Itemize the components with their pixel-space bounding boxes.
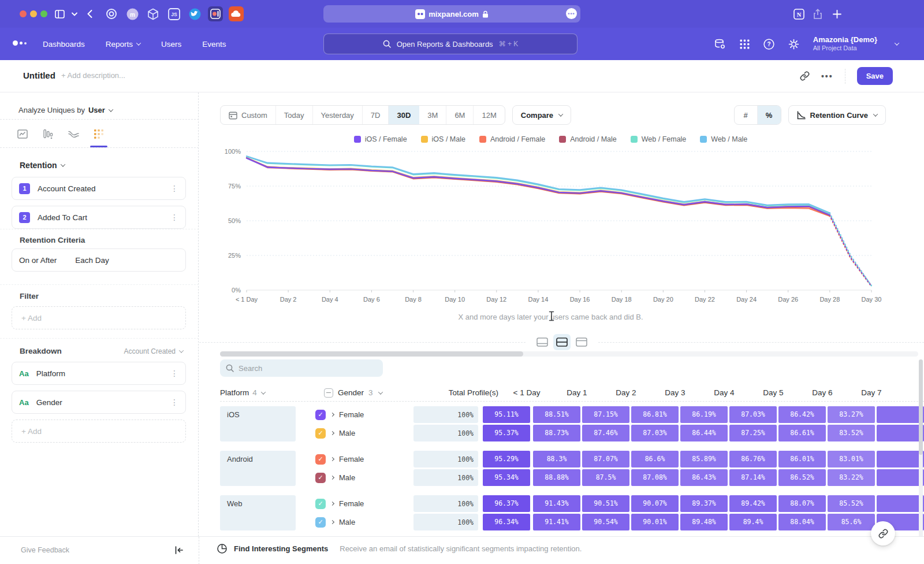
legend-item[interactable]: iOS / Female [354,135,407,143]
legend-item[interactable]: Android / Female [479,135,545,143]
retention-value-cell[interactable]: 88.73% [533,425,580,441]
kebab-menu-icon[interactable]: ⋮ [170,184,178,193]
day-column-header[interactable]: Day 2 [602,388,650,397]
platform-column-header[interactable]: Platform4 [220,388,316,397]
retention-value-cell[interactable] [877,406,924,423]
retention-value-cell[interactable] [877,425,924,441]
table-search-input[interactable] [239,364,366,373]
nav-reports[interactable]: Reports [106,40,140,49]
retention-value-cell[interactable] [877,469,924,486]
retention-value-cell[interactable]: 90.54% [582,514,629,530]
retention-value-cell[interactable]: 83.01% [828,451,875,467]
range-6m[interactable]: 6M [446,106,474,124]
nav-users[interactable]: Users [161,40,181,49]
range-yesterday[interactable]: Yesterday [313,106,363,124]
kebab-menu-icon[interactable]: ⋮ [170,369,178,378]
row-checkbox[interactable]: ✓ [315,473,326,483]
apps-grid-icon[interactable] [740,39,750,49]
extension-recorder-icon[interactable] [208,6,223,21]
retention-value-cell[interactable]: 89.37% [680,495,728,512]
retention-section-title[interactable]: Retention [20,161,65,170]
analyze-entity-value[interactable]: User [88,106,105,114]
expand-chevron-icon[interactable] [330,413,334,417]
horizontal-scrollbar[interactable] [220,351,918,357]
expand-chevron-icon[interactable] [330,457,334,461]
retention-value-cell[interactable]: 90.51% [582,495,629,512]
retention-value-cell[interactable]: 86.6% [631,451,679,467]
retention-value-cell[interactable]: 90.01% [631,514,679,530]
row-checkbox[interactable]: ✓ [315,454,326,465]
share-icon[interactable] [810,6,825,21]
range-custom[interactable]: Custom [221,106,276,124]
retention-value-cell[interactable]: 90.07% [631,495,679,512]
retention-value-cell[interactable]: 85.89% [680,451,728,467]
retention-value-cell[interactable]: 86.61% [778,425,826,441]
retention-value-cell[interactable]: 95.37% [483,425,530,441]
site-settings-icon[interactable]: ••• [566,8,577,19]
nav-events[interactable]: Events [202,40,226,49]
filter-add-button[interactable]: + Add [12,306,186,329]
retention-value-cell[interactable]: 86.44% [680,425,728,441]
mode-absolute[interactable]: # [735,106,758,124]
expand-chevron-icon[interactable] [330,520,334,524]
expand-chevron-icon[interactable] [330,476,334,480]
retention-value-cell[interactable]: 96.37% [483,495,530,512]
retention-value-cell[interactable]: 87.15% [582,406,629,423]
retention-value-cell[interactable]: 88.3% [533,451,580,467]
window-close-button[interactable] [20,10,27,17]
save-button[interactable]: Save [857,67,893,85]
retention-value-cell[interactable]: 86.76% [729,451,777,467]
global-search[interactable]: Open Reports & Dashboards ⌘ + K [323,34,578,54]
legend-item[interactable]: Web / Female [631,135,687,143]
kebab-menu-icon[interactable]: ⋮ [170,213,178,222]
row-checkbox[interactable]: ✓ [315,410,326,420]
legend-item[interactable]: iOS / Male [421,135,465,143]
retention-value-cell[interactable]: 86.42% [778,406,826,423]
mixpanel-logo[interactable] [13,40,27,46]
day-column-header[interactable]: Day 5 [750,388,797,397]
range-30d[interactable]: 30D [389,106,419,124]
retention-value-cell[interactable]: 87.14% [729,469,777,486]
day-column-header[interactable]: Day 4 [701,388,748,397]
extension-cube-icon[interactable] [146,6,161,21]
select-all-checkbox[interactable] [324,388,333,398]
retention-value-cell[interactable]: 87.25% [729,425,777,441]
report-description-placeholder[interactable]: + Add description... [61,71,125,80]
retention-value-cell[interactable]: 86.43% [680,469,728,486]
retention-value-cell[interactable]: 87.03% [631,425,679,441]
data-management-icon[interactable] [714,39,726,50]
day-column-header[interactable]: Day 3 [651,388,699,397]
retention-value-cell[interactable]: 87.03% [729,406,777,423]
retention-value-cell[interactable]: 87.46% [582,425,629,441]
layout-table-only-button[interactable] [573,334,590,350]
retention-value-cell[interactable]: 86.52% [778,469,826,486]
retention-value-cell[interactable]: 87.07% [582,451,629,467]
retention-value-cell[interactable] [877,495,924,512]
extension-bird-icon[interactable] [187,6,202,21]
retention-value-cell[interactable]: 89.42% [729,495,777,512]
retention-value-cell[interactable]: 85.6% [828,514,875,530]
retention-value-cell[interactable]: 96.34% [483,514,530,530]
window-zoom-button[interactable] [40,10,47,17]
step-card-added-to-cart[interactable]: 2 Added To Cart ⋮ [12,206,186,229]
retention-value-cell[interactable] [877,451,924,467]
criteria-interval[interactable]: Each Day [75,256,109,265]
retention-value-cell[interactable]: 83.22% [828,469,875,486]
layout-split-button[interactable] [553,334,571,350]
total-profiles-header[interactable]: Total Profile(s) [434,388,498,397]
retention-value-cell[interactable]: 88.51% [533,406,580,423]
retention-value-cell[interactable]: 83.27% [828,406,875,423]
tab-retention[interactable] [94,129,104,139]
tab-funnels[interactable] [43,129,53,139]
retention-value-cell[interactable]: 87.5% [582,469,629,486]
retention-value-cell[interactable]: 83.52% [828,425,875,441]
retention-value-cell[interactable]: 87.08% [631,469,679,486]
range-7d[interactable]: 7D [363,106,389,124]
range-12m[interactable]: 12M [474,106,504,124]
collapse-sidebar-icon[interactable] [174,546,184,555]
legend-item[interactable]: Android / Male [559,135,617,143]
back-icon[interactable] [82,6,97,21]
kebab-menu-icon[interactable]: ⋮ [170,398,178,407]
day-column-header[interactable]: Day 1 [553,388,601,397]
breakdown-card-platform[interactable]: Aa Platform ⋮ [12,362,186,385]
